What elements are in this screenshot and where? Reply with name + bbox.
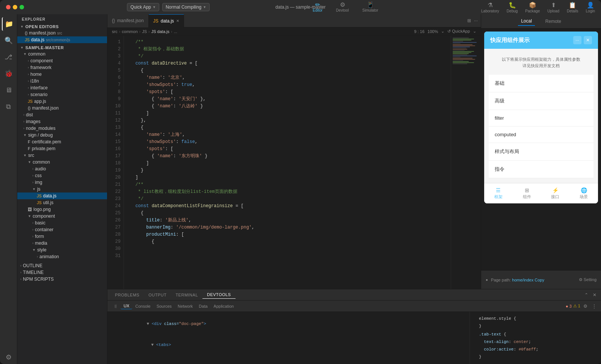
tree-common[interactable]: ▼ common <box>17 51 107 57</box>
action-upload[interactable]: ⬆ Upload <box>547 2 559 13</box>
menu-item-style[interactable]: 样式与布局 <box>489 143 593 161</box>
activity-remote[interactable]: 🖥 <box>2 83 15 97</box>
tree-media[interactable]: › media <box>17 240 107 247</box>
devtools-tab-data[interactable]: Data <box>196 303 210 309</box>
activity-explorer[interactable]: 📁 <box>2 17 15 31</box>
tab-devtool[interactable]: ⚙ Devtool <box>330 0 355 14</box>
json-icon: {} <box>25 31 27 35</box>
footer-tab-component[interactable]: ⊞ 组件 <box>518 187 536 200</box>
footer-tab-scene[interactable]: 🌐 场景 <box>575 187 592 200</box>
menu-item-directive[interactable]: 指令 <box>489 161 593 178</box>
tree-basic[interactable]: › basic <box>17 220 107 226</box>
tree-src[interactable]: ▼ src <box>17 152 107 159</box>
panel-tab-terminal[interactable]: TERMINAL <box>171 291 202 299</box>
menu-item-computed[interactable]: computed <box>489 126 593 143</box>
chevron-down-icon[interactable]: ⌄ <box>441 29 444 34</box>
open-editors-header[interactable]: ▼ OPEN Editors <box>17 24 107 30</box>
tree-sign-debug[interactable]: ▼ sign / debug <box>17 132 107 138</box>
tree-audio[interactable]: › audio <box>17 165 107 172</box>
panel-tab-problems[interactable]: PROBLEMS <box>110 291 144 299</box>
tab-close-icon[interactable]: ✕ <box>176 19 179 23</box>
preview-tab-local[interactable]: Local <box>518 17 535 26</box>
panel-close-icon[interactable]: ✕ <box>591 292 598 298</box>
devtools-tab-application[interactable]: Application <box>211 303 237 309</box>
close-button[interactable] <box>6 5 11 9</box>
app-dropdown[interactable]: Quick App ▼ <box>127 3 159 11</box>
tree-comp[interactable]: ▼ component <box>17 213 107 220</box>
activity-git[interactable]: ⎇ <box>2 50 15 64</box>
phone-close-btn[interactable]: ✕ <box>584 36 592 44</box>
editor-tab-manifest[interactable]: {} manifest.json <box>107 14 149 27</box>
tree-dist[interactable]: › dist <box>17 111 107 118</box>
tree-framework[interactable]: › framework <box>17 64 107 71</box>
activity-debug[interactable]: 🐞 <box>2 67 15 80</box>
footer-tab-interface[interactable]: ⚡ 接口 <box>547 187 564 200</box>
tree-manifestjson[interactable]: {} manifest.json <box>17 105 107 111</box>
open-editor-datajs[interactable]: JS data.js src/common/js <box>17 36 107 43</box>
tree-component[interactable]: › component <box>17 57 107 64</box>
tree-interface[interactable]: › interface <box>17 84 107 91</box>
more-icon[interactable]: ··· <box>474 18 478 23</box>
open-editor-manifest[interactable]: {} manifest.json src <box>17 30 107 36</box>
activity-settings[interactable]: ⚙ <box>2 350 15 364</box>
menu-item-filter[interactable]: filter <box>489 110 593 126</box>
npm-scripts-header[interactable]: › NPM SCRIPTS <box>17 276 107 283</box>
panel-expand-icon[interactable]: ⌃ <box>583 292 590 298</box>
tree-style[interactable]: ▼ style <box>17 247 107 253</box>
devtools-tab-sources[interactable]: Sources <box>154 303 175 309</box>
preview-tab-remote[interactable]: Remote <box>542 17 564 26</box>
tree-src-common[interactable]: ▼ common <box>17 159 107 165</box>
action-details[interactable]: 📋 Details <box>567 2 578 13</box>
tree-scenario[interactable]: › scenario <box>17 91 107 98</box>
maximize-button[interactable] <box>20 5 24 9</box>
devtools-tab-console[interactable]: Console <box>132 303 153 309</box>
tree-form[interactable]: › form <box>17 233 107 240</box>
split-editor-icon[interactable]: ⊞ <box>467 18 471 23</box>
action-laboratory[interactable]: ⚗ Laboratory <box>481 2 499 13</box>
chevron-down-icon2[interactable]: ⌄ <box>473 29 476 34</box>
tree-js[interactable]: ▼ js <box>17 186 107 193</box>
devtools-settings-icon[interactable]: ⚙ <box>582 304 589 309</box>
footer-tab-framework[interactable]: ☰ 框架 <box>490 187 507 200</box>
tree-home[interactable]: › home <box>17 71 107 78</box>
tree-appjs[interactable]: JS app.js <box>17 98 107 105</box>
tree-data-js[interactable]: JS data.js <box>17 193 107 199</box>
tree-img[interactable]: › img <box>17 179 107 186</box>
preview-header: Local Remote <box>481 14 601 29</box>
menu-item-basic[interactable]: 基础 <box>489 75 593 92</box>
tree-animation[interactable]: › animation <box>17 253 107 260</box>
activity-extensions[interactable]: ⧉ <box>2 100 15 113</box>
tab-simulator[interactable]: 📱 Simulator <box>356 0 384 14</box>
devtools-filter-btn[interactable]: ⧛ <box>110 303 121 309</box>
outline-header[interactable]: › OUTLINE <box>17 262 107 269</box>
tree-i18n[interactable]: › i18n <box>17 78 107 84</box>
activity-search[interactable]: 🔍 <box>2 34 15 47</box>
minimize-button[interactable] <box>13 5 17 9</box>
project-header[interactable]: ▼ SAMPLE-MASTER <box>17 45 107 51</box>
mode-dropdown[interactable]: Normal Compiling ▼ <box>162 3 210 11</box>
phone-more-btn[interactable]: ··· <box>573 36 581 44</box>
tree-util-js[interactable]: JS util.js <box>17 199 107 206</box>
tree-css[interactable]: › css <box>17 172 107 179</box>
editor-tab-datajs[interactable]: JS data.js ✕ <box>149 14 184 27</box>
panel-tab-output[interactable]: OUTPUT <box>144 291 171 299</box>
copy-link[interactable]: Copy <box>535 278 544 282</box>
tree-logo-png[interactable]: 🖼 logo.png <box>17 206 107 213</box>
panel-tab-devtools[interactable]: DEVTOOLS <box>202 291 236 299</box>
action-login[interactable]: 👤 Login <box>586 2 595 13</box>
tree-node-modules[interactable]: › node_modules <box>17 125 107 132</box>
titlebar-left: Quick App ▼ Normal Compiling ▼ <box>127 3 210 11</box>
tree-container[interactable]: › container <box>17 226 107 233</box>
devtools-tab-ux[interactable]: UX <box>121 303 132 309</box>
tree-private-pem[interactable]: F private.pem <box>17 145 107 152</box>
devtools-more-icon[interactable]: ⋮ <box>590 304 598 309</box>
devtools-tab-network[interactable]: Network <box>175 303 196 309</box>
action-package[interactable]: 📦 Package <box>525 2 540 13</box>
tree-cert-pem[interactable]: F certificate.pem <box>17 138 107 145</box>
timeline-header[interactable]: › TIMELINE <box>17 269 107 276</box>
action-debug[interactable]: 🐛 Debug <box>507 2 518 13</box>
setting-btn[interactable]: ⚙ Setting <box>579 277 596 282</box>
menu-item-advanced[interactable]: 高级 <box>489 92 593 110</box>
tree-images[interactable]: › images <box>17 118 107 125</box>
code-editor[interactable]: /** * 框架指令，基础数据 */ const dataDirective =… <box>124 36 451 289</box>
